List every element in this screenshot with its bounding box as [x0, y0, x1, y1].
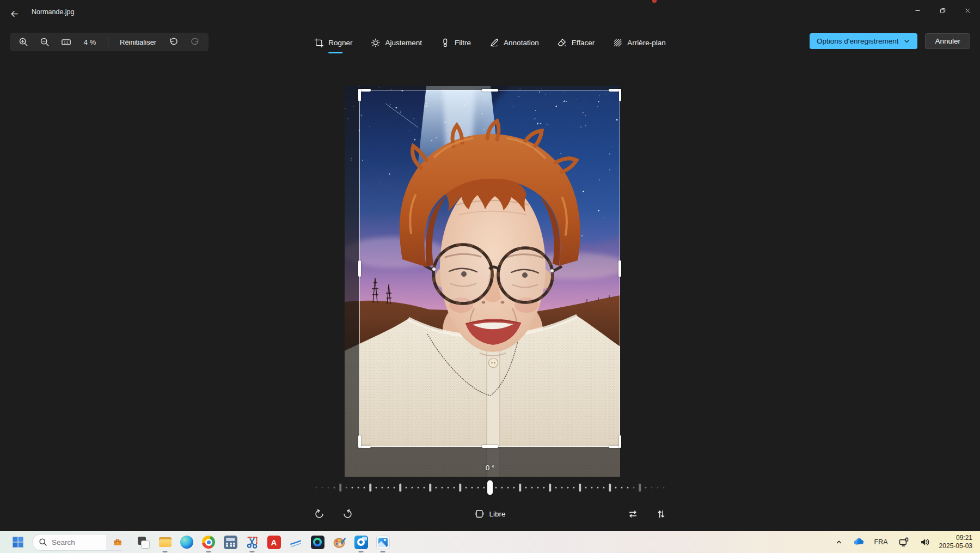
tab-arriere-plan[interactable]: Arrière-plan	[612, 36, 667, 50]
taskbar-app-snipping-tool[interactable]	[241, 531, 263, 553]
zoom-level-value: 4 %	[81, 38, 99, 46]
taskbar-app-photos[interactable]	[372, 531, 394, 553]
language-indicator[interactable]: FRA	[873, 537, 890, 548]
save-options-button[interactable]: Options d'enregistrement	[810, 33, 917, 49]
tab-effacer[interactable]: Effacer	[556, 36, 596, 50]
edit-tabs: Rogner Ajustement Filtre	[313, 33, 666, 52]
clock[interactable]: 09:21 2025-05-03	[939, 534, 972, 550]
rotate-left-icon	[314, 509, 324, 519]
tab-label: Ajustement	[385, 39, 422, 47]
rotate-left-button[interactable]	[310, 505, 328, 522]
taskbar-app-chrome[interactable]	[198, 531, 219, 553]
tab-rogner[interactable]: Rogner	[313, 36, 353, 50]
crop-handle-right[interactable]	[618, 260, 621, 277]
toolbar-divider	[108, 37, 108, 47]
minimize-button[interactable]	[905, 0, 930, 21]
start-button[interactable]	[8, 533, 28, 551]
taskbar-app-webex[interactable]	[307, 531, 328, 553]
redo-icon	[190, 37, 200, 47]
tab-label: Effacer	[572, 39, 595, 47]
taskbar-search[interactable]	[32, 534, 130, 551]
recording-dot	[652, 0, 657, 3]
acrobat-icon: A	[267, 536, 281, 549]
crop-handle-left[interactable]	[358, 260, 361, 277]
volume-tray-icon[interactable]	[918, 535, 932, 549]
file-explorer-icon	[158, 536, 172, 549]
crop-area[interactable]	[359, 90, 620, 447]
minimize-icon	[914, 7, 921, 14]
briefcase-icon	[113, 537, 122, 547]
taskbar-app-paint[interactable]	[328, 531, 350, 553]
flip-horizontal-button[interactable]	[624, 505, 641, 522]
tab-ajustement[interactable]: Ajustement	[370, 36, 424, 50]
paint-icon	[333, 536, 346, 549]
chevron-up-icon	[835, 538, 843, 546]
taskbar-app-task-view[interactable]	[132, 531, 154, 553]
cancel-button[interactable]: Annuler	[925, 33, 970, 49]
filter-icon	[440, 38, 450, 47]
close-button[interactable]	[955, 0, 980, 21]
scanner-icon	[289, 536, 303, 549]
search-input[interactable]	[52, 538, 99, 546]
outlook-icon	[354, 536, 368, 549]
rotation-slider[interactable]	[310, 479, 670, 496]
crop-handle-bottom[interactable]	[482, 445, 498, 448]
crop-handle-top-left[interactable]	[358, 89, 371, 101]
close-icon	[964, 7, 971, 14]
crop-icon	[314, 38, 323, 47]
action-buttons: Options d'enregistrement Annuler	[810, 33, 970, 49]
taskbar-app-edge[interactable]	[176, 531, 198, 553]
one-to-one-icon: 1:1	[61, 37, 71, 47]
taskbar-app-acrobat[interactable]: A	[263, 531, 285, 553]
aspect-ratio-label: Libre	[489, 510, 505, 518]
taskbar-app-scanner[interactable]	[285, 531, 307, 553]
flip-vertical-icon	[656, 509, 666, 519]
taskbar-app-outlook[interactable]	[350, 531, 372, 553]
taskbar-app-file-explorer[interactable]	[154, 531, 176, 553]
crop-handle-top-right[interactable]	[609, 89, 621, 101]
undo-button[interactable]	[168, 36, 180, 48]
search-highlight-chip	[106, 535, 129, 550]
eraser-icon	[558, 38, 567, 47]
rotation-angle-value: 0 °	[468, 464, 512, 472]
reset-button[interactable]: Réinitialiser	[118, 37, 158, 48]
svg-text:1:1: 1:1	[64, 40, 69, 44]
undo-icon	[169, 37, 179, 47]
taskbar: A	[0, 531, 980, 553]
titlebar: Normande.jpg	[0, 0, 980, 25]
onedrive-tray-icon[interactable]	[852, 535, 866, 549]
zoom-toolbar: 1:1 4 % Réinitialiser	[10, 33, 209, 51]
system-tray: FRA 09:21 2025-05-03	[834, 531, 980, 553]
tab-filtre[interactable]: Filtre	[439, 36, 472, 50]
back-button[interactable]	[5, 7, 23, 21]
rotate-right-button[interactable]	[339, 505, 356, 522]
windows-logo-icon	[12, 536, 24, 548]
network-tray-icon[interactable]	[897, 535, 911, 549]
rotation-slider-thumb[interactable]	[487, 481, 493, 495]
edge-icon	[180, 536, 193, 549]
redo-button[interactable]	[189, 36, 201, 48]
aspect-ratio-icon	[474, 509, 484, 519]
chrome-icon	[202, 536, 215, 549]
flip-horizontal-icon	[628, 509, 638, 519]
crop-handle-bottom-right[interactable]	[609, 435, 621, 448]
crop-handle-bottom-left[interactable]	[358, 435, 371, 448]
search-icon	[39, 538, 47, 546]
zoom-out-button[interactable]	[39, 36, 51, 48]
taskbar-app-calculator[interactable]	[219, 531, 241, 553]
actual-size-button[interactable]: 1:1	[60, 36, 72, 48]
crop-handle-top[interactable]	[482, 89, 498, 92]
document-title: Normande.jpg	[32, 8, 75, 16]
tray-overflow-button[interactable]	[834, 537, 844, 548]
snipping-tool-icon	[246, 536, 259, 549]
flip-vertical-button[interactable]	[652, 505, 670, 522]
restore-icon	[939, 7, 946, 14]
zoom-out-icon	[40, 37, 50, 47]
zoom-in-button[interactable]	[17, 36, 29, 48]
restore-button[interactable]	[930, 0, 955, 21]
tab-annotation[interactable]: Annotation	[488, 36, 540, 50]
task-view-icon	[137, 536, 150, 549]
chevron-down-icon	[903, 38, 910, 45]
aspect-ratio-button[interactable]: Libre	[469, 506, 511, 521]
tray-date: 2025-05-03	[939, 542, 972, 550]
